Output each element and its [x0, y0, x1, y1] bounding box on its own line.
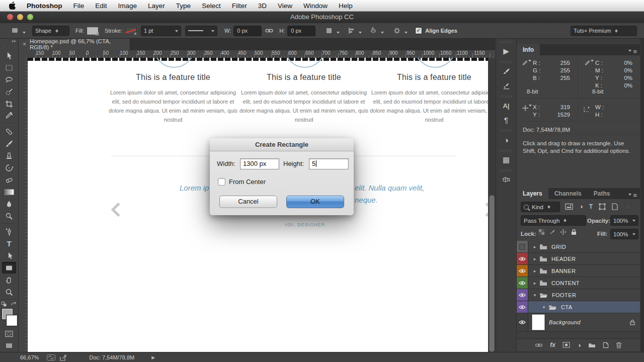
- tool-preset-picker[interactable]: [11, 26, 26, 35]
- blur-tool[interactable]: [2, 198, 16, 210]
- crop-tool[interactable]: [2, 98, 16, 110]
- gradient-tool[interactable]: [2, 186, 16, 198]
- shape-filter-icon[interactable]: [599, 203, 606, 210]
- menu-file[interactable]: File: [68, 2, 90, 10]
- move-tool[interactable]: [2, 50, 16, 61]
- rectangular-marquee-tool[interactable]: [2, 62, 16, 73]
- layer-name[interactable]: GRID: [551, 244, 566, 250]
- collapse-icon[interactable]: ▾: [532, 293, 537, 298]
- layer-row-banner[interactable]: ▸ BANNER: [517, 265, 640, 277]
- tab-layers[interactable]: Layers: [517, 188, 548, 199]
- layer-thumbnail[interactable]: [532, 314, 545, 330]
- apple-menu[interactable]: [0, 2, 21, 10]
- share-icon[interactable]: [59, 354, 67, 361]
- link-dimensions-icon[interactable]: [265, 28, 273, 34]
- from-center-checkbox[interactable]: [218, 178, 225, 186]
- width-input[interactable]: 1300 px: [240, 158, 279, 169]
- path-selection-tool[interactable]: [2, 250, 16, 261]
- filter-toggle[interactable]: [625, 204, 630, 209]
- horizontal-ruler[interactable]: 150 100 50 0 50 100 150 200 250 300 350 …: [19, 50, 495, 58]
- expand-icon[interactable]: ▸: [532, 281, 537, 286]
- tab-channels[interactable]: Channels: [548, 188, 588, 199]
- path-arrangement-button[interactable]: [369, 26, 384, 35]
- pen-tool[interactable]: [2, 226, 16, 237]
- visibility-toggle[interactable]: [517, 313, 528, 331]
- new-layer-button[interactable]: [603, 342, 609, 348]
- panel-menu-icon[interactable]: ≡: [628, 48, 640, 55]
- tool-mode-dropdown[interactable]: Shape: [32, 26, 69, 36]
- brush-panel-button[interactable]: [498, 64, 514, 78]
- brush-tool[interactable]: [2, 138, 16, 149]
- actions-panel-button[interactable]: ▶: [498, 44, 514, 58]
- smart-object-filter-icon[interactable]: [612, 203, 618, 210]
- status-menu-arrow-icon[interactable]: ▶: [151, 355, 155, 360]
- cmyk-eyedropper-icon[interactable]: [584, 60, 594, 68]
- visibility-toggle[interactable]: [517, 277, 528, 289]
- layer-name[interactable]: HEADER: [551, 256, 576, 262]
- stroke-type-dropdown[interactable]: [185, 26, 217, 36]
- screen-mode-button[interactable]: [2, 340, 16, 352]
- workspace-switcher-dropdown[interactable]: Tuts+ Premium: [571, 26, 637, 36]
- menu-window[interactable]: Window: [298, 2, 333, 10]
- vertical-ruler[interactable]: [19, 58, 28, 352]
- expand-icon[interactable]: ▸: [532, 268, 537, 274]
- visibility-toggle[interactable]: [517, 265, 528, 277]
- styles-panel-button[interactable]: ▦: [498, 153, 514, 167]
- properties-panel-button[interactable]: [498, 173, 514, 187]
- lock-position-icon[interactable]: [560, 229, 567, 235]
- add-adjustment-button[interactable]: ◑: [577, 341, 581, 349]
- zoom-level-field[interactable]: 66,67%: [20, 354, 39, 360]
- clone-stamp-tool[interactable]: [2, 150, 16, 161]
- delete-layer-button[interactable]: [616, 342, 622, 348]
- cancel-button[interactable]: Cancel: [219, 196, 277, 208]
- shape-height-field[interactable]: 0 px: [287, 26, 315, 36]
- menu-type[interactable]: Type: [171, 2, 196, 10]
- menu-image[interactable]: Image: [113, 2, 143, 10]
- tab-info[interactable]: Info: [517, 44, 540, 55]
- character-panel-button[interactable]: A|: [498, 99, 514, 113]
- layer-row-cta[interactable]: ▾ CTA: [517, 301, 640, 313]
- layer-name[interactable]: BANNER: [551, 268, 576, 274]
- pixel-filter-icon[interactable]: [565, 203, 573, 210]
- close-tab-icon[interactable]: ×: [23, 41, 26, 48]
- lock-transparency-icon[interactable]: [539, 229, 544, 235]
- lock-all-icon[interactable]: [571, 229, 577, 235]
- swap-colors-icon[interactable]: [11, 302, 17, 307]
- expand-icon[interactable]: ▸: [532, 244, 537, 249]
- expand-icon[interactable]: ▸: [532, 256, 537, 261]
- type-tool[interactable]: T: [2, 238, 16, 249]
- fill-swatch[interactable]: [87, 27, 99, 35]
- shape-width-field[interactable]: 0 px: [233, 26, 262, 36]
- dock-grip[interactable]: [501, 41, 512, 43]
- visibility-toggle[interactable]: [517, 301, 528, 313]
- geometry-options-gear-button[interactable]: [392, 26, 408, 35]
- menu-select[interactable]: Select: [196, 2, 226, 10]
- dock-grip[interactable]: [501, 129, 512, 132]
- link-layers-button[interactable]: [535, 342, 543, 348]
- scrollbar-thumb[interactable]: [489, 195, 495, 352]
- menu-view[interactable]: View: [272, 2, 298, 10]
- collapse-icon[interactable]: ▾: [541, 305, 546, 310]
- tab-paths[interactable]: Paths: [588, 188, 616, 199]
- layer-row-header[interactable]: ▸ HEADER: [517, 253, 640, 265]
- menu-3d[interactable]: 3D: [253, 2, 272, 10]
- rectangle-tool[interactable]: [2, 262, 16, 274]
- eyedropper-tool[interactable]: [2, 110, 16, 122]
- collapse-panel-icon[interactable]: ▸▸: [12, 38, 18, 44]
- quick-mask-button[interactable]: [2, 328, 16, 340]
- menu-filter[interactable]: Filter: [226, 2, 253, 10]
- dock-grip[interactable]: [501, 149, 512, 152]
- menu-edit[interactable]: Edit: [90, 2, 112, 10]
- stroke-swatch[interactable]: [125, 27, 137, 35]
- layer-name[interactable]: Background: [549, 319, 581, 325]
- default-colors-icon[interactable]: [2, 302, 7, 307]
- layer-style-button[interactable]: fx: [550, 341, 555, 348]
- dock-grip[interactable]: [501, 61, 512, 63]
- layer-filter-kind-dropdown[interactable]: Kind: [521, 202, 560, 212]
- adjustment-filter-icon[interactable]: ◑: [579, 203, 583, 210]
- background-color-swatch[interactable]: [7, 315, 17, 326]
- layer-name[interactable]: FOOTER: [552, 292, 576, 298]
- adjustments-panel-button[interactable]: ◑: [498, 133, 514, 147]
- layer-row-footer[interactable]: ▾ FOOTER: [517, 289, 640, 301]
- history-brush-tool[interactable]: [2, 162, 16, 173]
